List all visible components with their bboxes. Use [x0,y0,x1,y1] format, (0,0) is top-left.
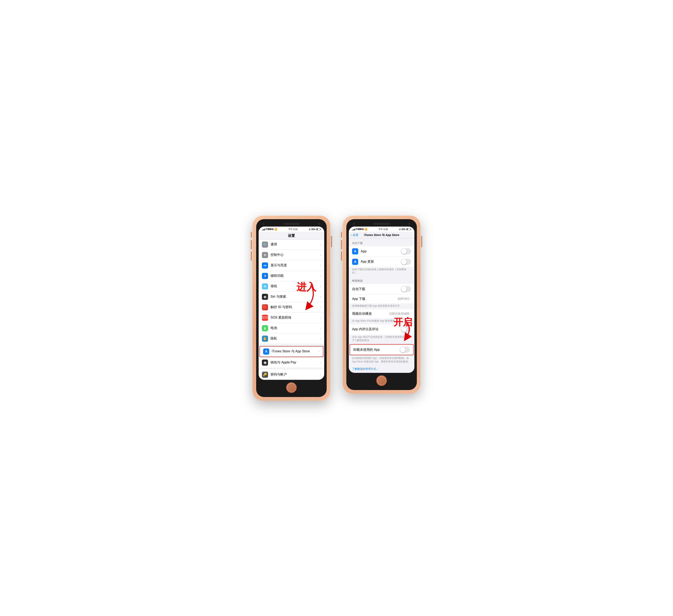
desc-ratings: 允许 App 询问产品使用反馈，以帮助开发者和其他用户了解您的想法。 [349,335,414,344]
settings-item-keychain[interactable]: 🔑 密码与帐户 › [259,369,324,380]
settings-item-video[interactable]: 视频自动播放 仅限无线局域网 › [349,309,414,318]
signal-bar2-2 [353,230,354,231]
time-2: 下午 5:30 [378,228,388,231]
signal-bar2-3 [354,229,354,231]
settings-item-itunes[interactable]: A iTunes Store 与 App Store › [259,346,323,357]
icon-accessibility: ♿ [262,273,268,279]
settings-item-general[interactable]: ⚙️ 通用 › [259,240,324,250]
settings-item-sos[interactable]: SOS SOS 紧急联络 › [259,313,324,323]
chevron-left-icon: ‹ [351,233,352,237]
toggle-app-update-thumb [401,259,407,265]
separator-2 [259,368,324,369]
settings-item-ratings[interactable]: App 内评分及评论 [349,324,414,335]
chevron-display: › [320,264,321,267]
chevron-wallpaper: › [320,285,321,288]
power-button-2 [421,236,422,247]
settings-list-ratings: App 内评分及评论 [349,324,414,335]
settings-item-app-update[interactable]: A App 更新 [349,257,414,267]
icon-siri: ◉ [262,294,268,300]
chevron-privacy: › [320,337,321,340]
status-bar-2: 中国移动 📶 下午 5:30 ⊙ 32% [349,227,414,232]
toggle-app[interactable] [401,248,411,254]
page-container: 中国移动 📶 下午 5:31 ⊙ 32% [252,216,421,401]
annotation-container-1: ⚙️ 通用 › ⊟ 控制中心 › AA 显示与亮 [259,240,324,380]
signal-icon-2 [352,228,355,231]
desc-auto-download: 自动下载在其他的设备上新购买的项目（含免费项目）。 [349,267,414,276]
phone-1-bottom [259,380,324,394]
settings-item-touchid[interactable]: 🔴 触控 ID 与密码 › [259,302,324,313]
settings-list-auto-download: A App A App 更新 [349,246,414,267]
settings-list-offload: 卸载未使用的 App [349,344,414,355]
status-right-2: ⊙ 32% [399,228,411,231]
phone-1-inner: 中国移动 📶 下午 5:31 ⊙ 32% [256,219,327,397]
home-button-2[interactable] [376,375,387,386]
battery-percent-1: 32% [311,228,315,231]
settings-item-display[interactable]: AA 显示与亮度 › [259,260,324,271]
label-general: 通用 [270,242,320,247]
battery-percent-2: 32% [402,228,406,231]
chevron-general: › [320,243,321,246]
value-video: 仅限无线局域网 [389,312,409,316]
carrier-1: 中国移动 [265,228,274,231]
label-cellular-auto: 自动下载 [352,287,401,291]
settings-item-cellular-auto[interactable]: 自动下载 [349,284,414,294]
chevron-accessibility: › [320,274,321,278]
icloud-icon: ⊙ [309,228,310,231]
toggle-offload[interactable] [400,347,410,353]
home-button-1[interactable] [286,382,297,393]
mute-button [251,232,252,238]
battery-fill-2 [407,229,408,230]
phone-1-screen: 中国移动 📶 下午 5:31 ⊙ 32% [259,227,324,380]
settings-item-siri[interactable]: ◉ Siri 与搜索 › [259,292,324,302]
settings-item-app-download[interactable]: App 下载 始终询问 › [349,294,414,303]
toggle-cellular[interactable] [401,286,411,292]
wifi-icon-1: 📶 [275,228,277,231]
settings-item-offload[interactable]: 卸载未使用的 App [350,344,414,355]
nav-bar-2: ‹ 设置 iTunes Store 与 App Store [349,232,414,239]
settings-item-privacy[interactable]: ✋ 隐私 › [259,333,324,344]
label-privacy: 隐私 [270,336,320,341]
toggle-ratings-thumb [401,327,407,332]
icon-wallet: ▣ [262,359,268,366]
settings-item-app[interactable]: A App [349,246,414,257]
battery-fill-1 [316,229,318,230]
nav-bar-1: 设置 [259,232,324,240]
icon-general: ⚙️ [262,242,268,248]
toggle-app-update[interactable] [401,259,411,265]
phone-2-inner: 中国移动 📶 下午 5:30 ⊙ 32% [346,219,417,390]
battery-body-2 [406,228,411,230]
chevron-app-download: › [410,297,411,301]
page-title-1: 设置 [288,233,295,238]
icon-control-center: ⊟ [262,252,268,258]
volume-down-button [251,251,252,261]
phone-1-top [259,222,324,227]
signal-icon [262,228,265,231]
section-header-auto-download: 自动下载 [349,239,414,246]
label-app-download: App 下载 [352,297,398,301]
back-button[interactable]: ‹ 设置 [351,233,359,237]
volume-up-button [251,240,252,249]
time-1: 下午 5:31 [288,228,297,231]
settings-item-accessibility[interactable]: ♿ 辅助功能 › [259,271,324,281]
label-control-center: 控制中心 [270,253,320,257]
battery-tip-2 [411,229,411,230]
icon-keychain: 🔑 [262,372,268,378]
settings-item-wallet[interactable]: ▣ 钱包与 Apple Pay › [259,357,324,368]
battery-body-1 [316,228,320,230]
settings-item-battery[interactable]: ▮ 电池 › [259,323,324,333]
chevron-siri: › [320,295,321,298]
toggle-ratings[interactable] [401,326,411,332]
settings-item-control-center[interactable]: ⊟ 控制中心 › [259,250,324,260]
carrier-2: 中国移动 [356,228,364,231]
desc-video: 在 App Store 中自动播放 App 预览视频 [349,318,414,324]
settings-item-wallpaper[interactable]: ❋ 墙纸 › [259,281,324,292]
icon-app-dl: A [352,248,358,254]
settings-list-cellular: 自动下载 App 下载 始终询问 › [349,284,414,303]
label-wallet: 钱包与 Apple Pay [270,360,320,365]
desc-offload: 自动移除未使用的 App，但保留所有文稿和数据。若 App Store 仍提供该… [349,356,414,365]
status-bar-1: 中国移动 📶 下午 5:31 ⊙ 32% [259,227,324,232]
link-data-management[interactable]: 了解数据的管理方式... [349,365,414,373]
status-left-2: 中国移动 📶 [352,228,367,231]
chevron-battery: › [320,327,321,330]
front-camera-2 [353,223,355,225]
